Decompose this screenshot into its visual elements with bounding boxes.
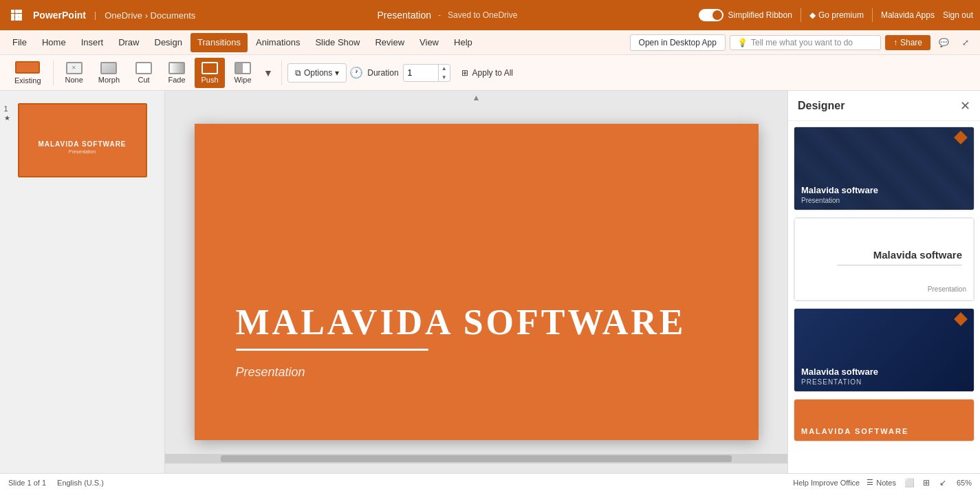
duration-label: Duration [367,68,398,78]
slide-preview-1[interactable]: MALAVIDA SOFTWARE Presentation [18,103,147,177]
menu-item-transitions[interactable]: Transitions [190,33,248,52]
design-overlay-1: Malavida software Presentation [794,179,885,210]
status-bar: Slide 1 of 1 English (U.S.) Help Improve… [0,473,980,491]
comment-button[interactable]: 💬 [935,34,952,52]
options-button[interactable]: ⧉ Options ▾ [287,63,347,83]
existing-transition-button[interactable]: Existing [8,58,47,88]
reading-view-button[interactable]: ↙ [936,477,950,488]
morph-transition-button[interactable]: Morph [92,58,126,88]
designer-header: Designer ✕ [788,91,980,121]
svg-rect-5 [19,14,22,17]
existing-preview [15,61,40,74]
fade-transition-button[interactable]: Fade [162,58,192,88]
svg-rect-4 [15,14,19,17]
notes-button[interactable]: ☰ Notes [867,478,896,487]
menu-item-file[interactable]: File [6,33,34,52]
options-label: Options [304,68,332,78]
notes-icon: ☰ [867,478,873,487]
title-bar-center: Presentation - Saved to OneDrive [202,10,692,21]
push-transition-button[interactable]: Push [195,58,225,88]
notes-label: Notes [876,479,896,487]
cut-icon [135,62,152,74]
title-separator: | [94,10,96,20]
horizontal-scrollbar[interactable] [165,454,787,463]
slide-canvas[interactable]: MALAVIDA SOFTWARE Presentation [195,124,759,440]
designer-panel: Designer ✕ Malavida software Presentatio… [787,91,980,473]
cut-label: Cut [138,76,149,84]
ribbon-divider-1 [53,61,54,85]
open-desktop-button[interactable]: Open in Desktop App [630,34,726,51]
location-path[interactable]: OneDrive › Documents [105,10,195,21]
simplified-ribbon-label: Simplified Ribbon [728,10,792,20]
menu-item-insert[interactable]: Insert [74,33,111,52]
wipe-transition-button[interactable]: Wipe [228,58,258,88]
svg-rect-0 [11,10,14,13]
apps-grid-button[interactable] [7,6,26,25]
design-option-4[interactable]: MALAVIDA SOFTWARE [794,399,974,441]
simplified-ribbon-toggle[interactable]: Simplified Ribbon [699,9,792,21]
share-icon: ↑ [893,38,897,47]
tell-me-search[interactable]: 💡 Tell me what you want to do [730,35,881,50]
share-button[interactable]: ↑ Share [885,35,930,50]
design-preview-dark-1: Malavida software Presentation [794,127,974,210]
duration-decrement-button[interactable]: ▼ [439,73,450,82]
none-transition-button[interactable]: ✕ None [59,58,89,88]
fade-icon [168,62,185,74]
menu-item-home[interactable]: Home [35,33,73,52]
ribbon: Existing ✕ None Morph Cut Fade Push Wipe… [0,55,980,91]
designer-close-button[interactable]: ✕ [960,98,970,113]
design-option-1[interactable]: Malavida software Presentation [794,127,974,210]
go-premium-button[interactable]: ◆ Go premium [809,10,864,20]
menu-item-view[interactable]: View [413,33,446,52]
wipe-label: Wipe [234,76,251,84]
title-divider [801,8,801,22]
menu-item-help[interactable]: Help [447,33,479,52]
design-sub-2: Presentation [928,285,966,293]
svg-rect-8 [19,17,22,21]
help-improve-label[interactable]: Help Improve Office [793,479,860,487]
duration-input[interactable] [404,67,438,79]
title-bar: PowerPoint | OneDrive › Documents Presen… [0,0,980,30]
design-option-2[interactable]: Malavida software Presentation [794,217,974,301]
canvas-main-title: MALAVIDA SOFTWARE [236,303,717,342]
slide-thumbnail-1[interactable]: 1 ★ MALAVIDA SOFTWARE Presentation [18,103,147,177]
title-bar-right: Simplified Ribbon ◆ Go premium Malavida … [699,8,973,22]
cut-transition-button[interactable]: Cut [129,58,159,88]
menu-item-draw[interactable]: Draw [111,33,146,52]
design-title-1: Malavida software [801,185,878,195]
design-preview-navy-3: Malavida software PRESENTATION [794,309,974,391]
sign-out-button[interactable]: Sign out [943,10,973,20]
status-bar-right: Help Improve Office ☰ Notes ⬜ ⊞ ↙ 65% [793,477,972,488]
slide-number-1: 1 [4,105,8,113]
svg-rect-6 [11,17,14,21]
menu-item-slideshow[interactable]: Slide Show [308,33,367,52]
canvas-subtitle: Presentation [236,365,305,380]
canvas-area[interactable]: ▲ MALAVIDA SOFTWARE Presentation [165,91,787,473]
morph-label: Morph [98,76,120,84]
options-chevron-icon: ▾ [335,68,339,78]
lightbulb-icon: 💡 [737,38,748,47]
duration-increment-button[interactable]: ▲ [439,64,450,73]
design-option-3[interactable]: Malavida software PRESENTATION [794,308,974,392]
normal-view-button[interactable]: ⬜ [903,477,917,488]
scroll-up-button[interactable]: ▲ [165,91,787,105]
menu-item-design[interactable]: Design [148,33,189,52]
expand-button[interactable]: ⤢ [957,34,974,52]
menu-item-review[interactable]: Review [368,33,411,52]
apply-all-button[interactable]: ⊞ Apply to All [453,65,521,80]
designer-title: Designer [798,100,845,112]
slide-thumb-subtitle-1: Presentation [69,149,96,154]
transition-existing-group: Existing [8,58,47,88]
filename-dash: - [438,10,441,20]
more-transitions-button[interactable]: ▼ [261,66,276,80]
malavida-apps-button[interactable]: Malavida Apps [881,10,935,20]
toggle-switch[interactable] [699,9,723,21]
design-title-4: MALAVIDA SOFTWARE [801,427,908,435]
slide-sorter-button[interactable]: ⊞ [919,477,933,488]
menu-item-animations[interactable]: Animations [249,33,307,52]
premium-badge-1 [956,133,968,145]
existing-label: Existing [14,76,41,85]
design-divider-2 [837,265,962,265]
svg-rect-2 [19,10,22,13]
canvas-title-area: MALAVIDA SOFTWARE [236,303,717,351]
